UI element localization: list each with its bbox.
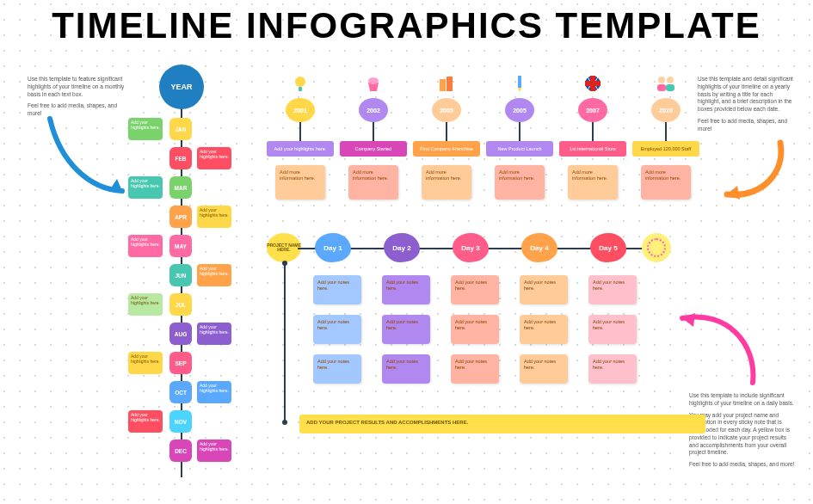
htl-column: 2005New Product LaunchAdd more informati… — [486, 71, 553, 200]
svg-rect-8 — [590, 76, 595, 91]
vtl-month-note[interactable]: Add your highlights here. — [128, 410, 163, 433]
htl-column: 2005First Company FranchiseAdd more info… — [413, 71, 480, 200]
vtl-month-node[interactable]: FEB — [169, 147, 192, 169]
lightbulb-icon — [267, 71, 334, 93]
svg-point-10 — [667, 77, 674, 83]
svg-point-2 — [368, 77, 379, 84]
vtl-month-node[interactable]: JUL — [169, 293, 192, 316]
pg-sticky-note[interactable]: Add your notes here. — [451, 275, 499, 304]
pg-day-bubble[interactable]: Day 4 — [521, 233, 557, 262]
htl-stick — [519, 122, 520, 141]
htl-year-bubble[interactable]: 2002 — [359, 98, 388, 122]
horizontal-yearly-timeline: 2001Add your highlights here.Add more in… — [267, 71, 705, 208]
tip-line: Use this template to feature significant… — [28, 76, 126, 98]
vtl-row: Add your highlights here.JUL — [159, 293, 237, 316]
vtl-month-node[interactable]: JAN — [169, 118, 192, 140]
cupcake-icon — [340, 71, 407, 93]
vtl-row: Add your highlights here.JUN — [159, 264, 237, 286]
htl-stick — [299, 122, 301, 141]
pg-sticky-note[interactable]: Add your notes here. — [382, 315, 430, 344]
pg-sticky-note[interactable]: Add your notes here. — [451, 315, 499, 344]
vtl-month-note[interactable]: Add your highlights here. — [197, 439, 231, 462]
pg-results-bar[interactable]: ADD YOUR PROJECT RESULTS AND ACCOMPLISHM… — [299, 415, 705, 433]
pg-vline — [284, 263, 286, 422]
pg-sticky-note[interactable]: Add your notes here. — [520, 354, 568, 384]
svg-point-9 — [658, 77, 665, 83]
htl-sticky-note[interactable]: Add more information here. — [422, 165, 471, 200]
svg-rect-12 — [666, 84, 674, 91]
vtl-month-note[interactable]: Add your highlights here. — [128, 293, 163, 316]
htl-sticky-note[interactable]: Add more information here. — [641, 165, 691, 200]
htl-highlight-bar[interactable]: Add your highlights here. — [267, 141, 334, 157]
pg-sticky-note[interactable]: Add your notes here. — [588, 354, 637, 384]
pg-day-bubble[interactable]: Day 1 — [315, 233, 351, 262]
vtl-month-note[interactable]: Add your highlights here. — [197, 381, 231, 403]
vtl-month-note[interactable]: Add your highlights here. — [128, 118, 163, 140]
vtl-row: Add your highlights here.AUG — [159, 323, 237, 345]
htl-stick — [446, 122, 447, 141]
vtl-month-node[interactable]: DEC — [169, 439, 192, 462]
arrow-blue — [43, 112, 138, 206]
htl-highlight-bar[interactable]: Company Started — [340, 141, 407, 157]
pg-sticky-note[interactable]: Add your notes here. — [382, 354, 430, 384]
pg-day-bubble[interactable]: Day 3 — [453, 233, 489, 262]
vtl-month-note[interactable]: Add your highlights here. — [197, 264, 231, 286]
htl-year-bubble[interactable]: 2001 — [286, 98, 315, 122]
pg-sticky-note[interactable]: Add your notes here. — [313, 275, 361, 304]
svg-rect-4 — [447, 77, 453, 91]
vtl-year-bubble[interactable]: YEAR — [159, 65, 204, 109]
htl-highlight-bar[interactable]: New Product Launch — [486, 141, 553, 157]
vtl-month-node[interactable]: MAY — [169, 235, 192, 257]
vtl-month-node[interactable]: SEP — [169, 352, 192, 374]
pg-day-bubble[interactable]: Day 5 — [590, 233, 626, 262]
svg-rect-11 — [657, 84, 666, 91]
vtl-month-note[interactable]: Add your highlights here. — [197, 206, 231, 228]
vtl-month-node[interactable]: OCT — [169, 381, 192, 403]
pg-sticky-note[interactable]: Add your notes here. — [451, 354, 499, 384]
project-daily-grid: PROJECT NAME HERE. Day 1Day 2Day 3Day 4D… — [267, 230, 705, 437]
htl-year-bubble[interactable]: 2010 — [651, 98, 681, 122]
vtl-row: Add your highlights here.SEP — [159, 352, 237, 374]
htl-stick — [665, 122, 667, 141]
vtl-month-note[interactable]: Add your highlights here. — [128, 176, 163, 199]
htl-column: 20071st International StoreAdd more info… — [559, 71, 626, 200]
htl-year-bubble[interactable]: 2007 — [578, 98, 607, 122]
pg-sticky-note[interactable]: Add your notes here. — [520, 315, 568, 344]
htl-year-bubble[interactable]: 2005 — [432, 98, 461, 122]
htl-highlight-bar[interactable]: 1st International Store — [559, 141, 626, 157]
vtl-month-node[interactable]: MAR — [169, 176, 192, 199]
vtl-row: Add your highlights here.NOV — [159, 410, 237, 433]
vtl-row: Add your highlights here.DEC — [159, 439, 237, 462]
tip-line: Use this template and detail significant… — [698, 76, 796, 114]
htl-highlight-bar[interactable]: First Company Franchise — [413, 141, 480, 157]
pg-project-name[interactable]: PROJECT NAME HERE. — [267, 233, 301, 262]
svg-point-0 — [295, 77, 305, 87]
htl-year-bubble[interactable]: 2005 — [505, 98, 534, 122]
htl-highlight-bar[interactable]: Employed 120,000 Staff — [632, 141, 699, 157]
htl-sticky-note[interactable]: Add more information here. — [568, 165, 618, 200]
vtl-month-note[interactable]: Add your highlights here. — [128, 352, 163, 374]
tip-line: Feel free to add media, shapes, and more… — [689, 461, 796, 469]
vtl-month-node[interactable]: AUG — [169, 323, 192, 345]
pg-sticky-note[interactable]: Add your notes here. — [313, 354, 361, 384]
pg-sticky-note[interactable]: Add your notes here. — [520, 275, 568, 304]
vtl-month-node[interactable]: NOV — [169, 410, 192, 433]
vtl-row: Add your highlights here.FEB — [159, 147, 237, 169]
vtl-month-note[interactable]: Add your highlights here. — [197, 323, 231, 345]
vtl-month-node[interactable]: APR — [169, 206, 192, 228]
htl-sticky-note[interactable]: Add more information here. — [275, 165, 325, 200]
vtl-row: Add your highlights here.MAY — [159, 235, 237, 257]
vtl-month-note[interactable]: Add your highlights here. — [128, 235, 163, 257]
svg-rect-5 — [518, 76, 521, 88]
htl-sticky-note[interactable]: Add more information here. — [348, 165, 398, 200]
pg-sticky-note[interactable]: Add your notes here. — [382, 275, 430, 304]
pg-sticky-note[interactable]: Add your notes here. — [588, 315, 637, 344]
htl-sticky-note[interactable]: Add more information here. — [495, 165, 545, 200]
vtl-month-node[interactable]: JUN — [169, 264, 192, 286]
pg-sticky-note[interactable]: Add your notes here. — [588, 275, 637, 304]
pg-day-bubble[interactable]: Day 2 — [384, 233, 420, 262]
pg-sticky-note[interactable]: Add your notes here. — [313, 315, 361, 344]
svg-rect-3 — [440, 79, 446, 91]
pg-end-bubble — [642, 233, 671, 262]
vtl-month-note[interactable]: Add your highlights here. — [197, 147, 231, 169]
